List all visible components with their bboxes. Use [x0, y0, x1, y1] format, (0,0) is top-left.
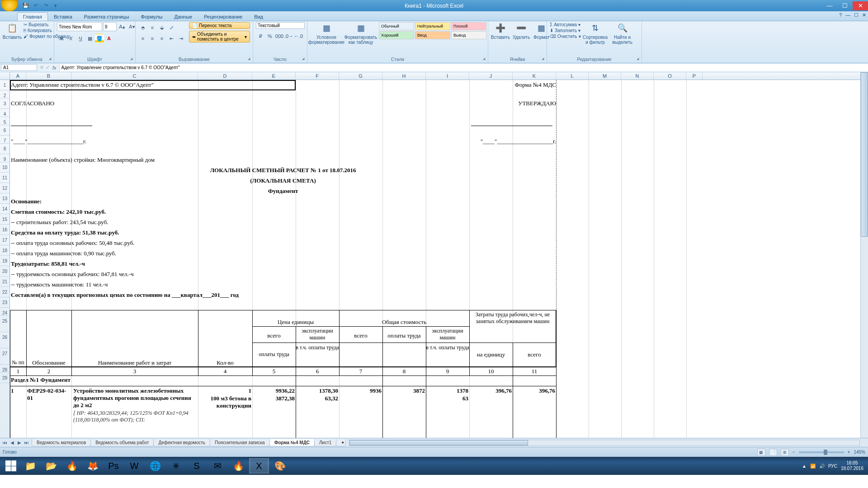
tray-network-icon[interactable]: 📶 [810, 464, 816, 469]
tray-clock[interactable]: 16:05 18.07.2016 [841, 460, 863, 471]
taskbar-excel[interactable]: X [249, 458, 269, 474]
tray-lang[interactable]: РУС [828, 464, 837, 469]
percent-icon[interactable]: % [265, 32, 274, 41]
border-button[interactable]: ▦ [85, 34, 94, 43]
align-right-icon[interactable]: ≡ [157, 34, 166, 43]
sheet-tab-1[interactable]: Ведомость объема работ [90, 439, 154, 446]
col-C[interactable]: C [71, 72, 198, 80]
merge-center-button[interactable]: ⬌ Объединить и поместить в центре ▾ [189, 31, 250, 42]
underline-button[interactable]: Ч [76, 34, 85, 43]
taskbar-paint[interactable]: 🎨 [270, 458, 290, 474]
tab-review[interactable]: Рецензирование [198, 12, 248, 21]
accept-formula-icon[interactable]: ✓ [46, 65, 50, 70]
zoom-slider[interactable] [799, 451, 844, 453]
increase-decimal-icon[interactable]: .0→ [284, 32, 293, 41]
formula-bar[interactable] [59, 64, 868, 71]
tab-formulas[interactable]: Формулы [135, 12, 169, 21]
redo-icon[interactable]: ↷ [42, 2, 50, 10]
increase-indent-icon[interactable]: ⇥ [176, 34, 185, 43]
row-25[interactable]: 25 [0, 316, 9, 332]
row-5[interactable]: 5 [0, 117, 9, 125]
font-name-combo[interactable] [57, 22, 102, 31]
row-17[interactable]: 17 [0, 235, 9, 245]
taskbar-chrome[interactable]: 🌐 [145, 458, 165, 474]
row-15[interactable]: 15 [0, 214, 9, 225]
row-7[interactable]: 7 [0, 136, 9, 144]
row-10[interactable]: 10 [0, 162, 9, 173]
new-sheet-button[interactable]: ✦ [336, 439, 346, 446]
autosum-button[interactable]: Σ Автосумма ▾ [550, 22, 581, 27]
decrease-decimal-icon[interactable]: ←.0 [294, 32, 303, 41]
sheet-nav-next-icon[interactable]: ▶ [16, 440, 23, 445]
style-input[interactable]: Ввод [415, 31, 450, 39]
help-icon[interactable]: ? [839, 12, 842, 18]
taskbar-skype[interactable]: S [187, 458, 207, 474]
taskbar-app-3[interactable]: 🔥 [62, 458, 82, 474]
decrease-indent-icon[interactable]: ⇤ [167, 34, 176, 43]
wrap-text-button[interactable]: 📄 Перенос текста [189, 22, 250, 29]
save-icon[interactable]: 💾 [22, 2, 30, 10]
row-23[interactable]: 23 [0, 297, 9, 308]
row-16[interactable]: 16 [0, 225, 9, 235]
row-27[interactable]: 27 [0, 348, 9, 365]
comma-icon[interactable]: 000 [275, 32, 284, 41]
tab-data[interactable]: Данные [168, 12, 198, 21]
currency-icon[interactable]: ₽ [256, 32, 265, 41]
col-F[interactable]: F [296, 72, 339, 80]
col-P[interactable]: P [686, 72, 703, 80]
style-output[interactable]: Вывод [451, 31, 486, 39]
maximize-button[interactable]: ☐ [837, 1, 853, 10]
align-center-icon[interactable]: ≡ [148, 34, 157, 43]
select-all-corner[interactable] [0, 72, 10, 80]
sort-filter-button[interactable]: ⇅Сортировка и фильтр [583, 22, 608, 46]
undo-icon[interactable]: ↶ [32, 2, 40, 10]
minimize-button[interactable]: — [822, 1, 837, 10]
conditional-formatting-button[interactable]: ▦ Условное форматирование [310, 22, 343, 46]
style-normal[interactable]: Обычный [379, 22, 414, 30]
row-20[interactable]: 20 [0, 266, 9, 277]
spreadsheet-grid[interactable]: 1 2 3 4 5 6 7 8 9 10 11 12 13 14 15 16 1… [0, 80, 868, 438]
sheet-tab-0[interactable]: Ведомость материалов [32, 439, 91, 446]
zoom-out-icon[interactable]: − [793, 450, 795, 455]
horizontal-scrollbar[interactable] [349, 440, 860, 446]
row-28[interactable]: 28 [0, 365, 9, 373]
tab-view[interactable]: Вид [248, 12, 269, 21]
zoom-thumb[interactable] [824, 450, 827, 455]
row-8[interactable]: 8 [0, 144, 9, 154]
row-6[interactable]: 6 [0, 125, 9, 136]
vertical-scrollbar[interactable] [860, 72, 868, 438]
row-12[interactable]: 12 [0, 183, 9, 193]
row-9[interactable]: 9 [0, 154, 9, 162]
zoom-level[interactable]: 145% [854, 450, 865, 455]
row-3[interactable]: 3 [0, 99, 9, 109]
fill-color-button[interactable]: 🪣 [95, 34, 104, 43]
sheet-nav-prev-icon[interactable]: ◀ [9, 440, 15, 445]
number-format-combo[interactable] [256, 22, 305, 29]
row-21[interactable]: 21 [0, 277, 9, 287]
tab-insert[interactable]: Вставка [48, 12, 78, 21]
cancel-formula-icon[interactable]: ✕ [40, 65, 44, 70]
row-19[interactable]: 19 [0, 256, 9, 266]
office-button[interactable] [1, 0, 18, 11]
col-B[interactable]: B [26, 72, 71, 80]
col-H[interactable]: H [382, 72, 426, 80]
taskbar-app-8[interactable]: ✳ [166, 458, 186, 474]
row-13[interactable]: 13 [0, 193, 9, 204]
row-1[interactable]: 1 [0, 80, 9, 90]
align-top-icon[interactable]: ⬘ [138, 23, 147, 32]
normal-view-icon[interactable]: ▦ [757, 449, 765, 456]
col-D[interactable]: D [198, 72, 252, 80]
col-A[interactable]: A [10, 72, 26, 80]
cell-styles-gallery[interactable]: Обычный Нейтральный Плохой Хороший Ввод … [379, 22, 486, 39]
shrink-font-icon[interactable]: A▾ [127, 22, 137, 31]
col-K[interactable]: K [513, 72, 556, 80]
ribbon-minimize-icon[interactable]: — [845, 12, 850, 18]
sheet-nav-first-icon[interactable]: ⏮ [2, 440, 8, 445]
grow-font-icon[interactable]: A▴ [118, 22, 127, 31]
row-22[interactable]: 22 [0, 287, 9, 297]
zoom-in-icon[interactable]: + [848, 450, 850, 455]
close-button[interactable]: ✕ [853, 1, 868, 10]
orientation-icon[interactable]: ⤢ [167, 23, 176, 32]
row-4[interactable]: 4 [0, 109, 9, 117]
tab-page-layout[interactable]: Разметка страницы [78, 12, 135, 21]
